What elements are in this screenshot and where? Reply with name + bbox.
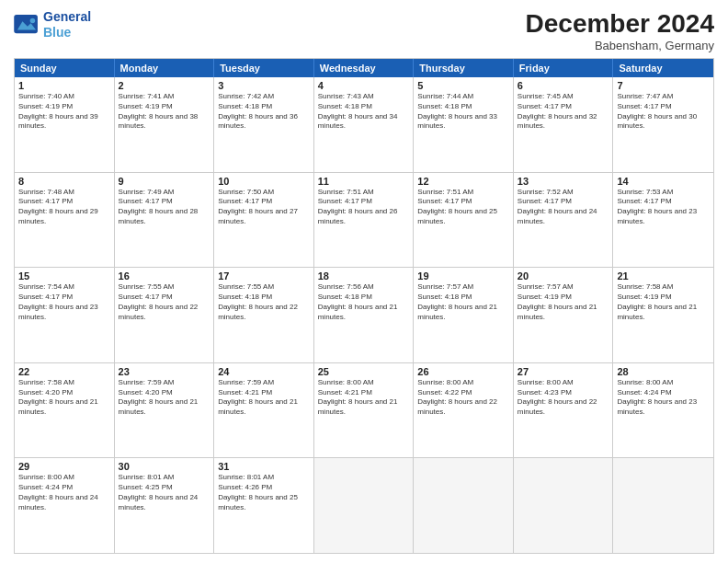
- empty-cell: [314, 458, 415, 553]
- day-number: 31: [218, 461, 310, 472]
- day-info: Sunrise: 8:01 AM Sunset: 4:25 PM Dayligh…: [119, 473, 210, 512]
- daylight-label: Daylight: 8 hours and 21 minutes.: [318, 397, 398, 416]
- sunset-label: Sunset: 4:19 PM: [617, 293, 671, 301]
- week-row-1: 1 Sunrise: 7:40 AM Sunset: 4:19 PM Dayli…: [15, 77, 713, 173]
- day-info: Sunrise: 7:42 AM Sunset: 4:18 PM Dayligh…: [218, 92, 310, 132]
- sunset-label: Sunset: 4:24 PM: [18, 483, 73, 491]
- day-cell-4: 4 Sunrise: 7:43 AM Sunset: 4:18 PM Dayli…: [314, 77, 415, 172]
- sunset-label: Sunset: 4:17 PM: [218, 197, 272, 205]
- sunset-label: Sunset: 4:17 PM: [617, 102, 671, 110]
- sunrise-label: Sunrise: 7:51 AM: [417, 188, 473, 196]
- svg-rect-0: [14, 15, 38, 33]
- calendar: SundayMondayTuesdayWednesdayThursdayFrid…: [14, 58, 714, 554]
- day-cell-10: 10 Sunrise: 7:50 AM Sunset: 4:17 PM Dayl…: [214, 173, 314, 268]
- day-info: Sunrise: 8:01 AM Sunset: 4:26 PM Dayligh…: [218, 473, 310, 512]
- daylight-label: Daylight: 8 hours and 21 minutes.: [518, 303, 597, 321]
- logo-line2: Blue: [43, 25, 71, 40]
- sunset-label: Sunset: 4:18 PM: [318, 102, 372, 110]
- sunset-label: Sunset: 4:17 PM: [119, 293, 173, 301]
- sunset-label: Sunset: 4:23 PM: [518, 388, 572, 396]
- week-row-5: 29 Sunrise: 8:00 AM Sunset: 4:24 PM Dayl…: [15, 458, 713, 553]
- day-info: Sunrise: 7:49 AM Sunset: 4:17 PM Dayligh…: [119, 188, 210, 227]
- sunrise-label: Sunrise: 7:59 AM: [119, 378, 175, 386]
- daylight-label: Daylight: 8 hours and 22 minutes.: [417, 397, 497, 416]
- sunrise-label: Sunrise: 7:53 AM: [617, 188, 673, 196]
- day-info: Sunrise: 7:57 AM Sunset: 4:18 PM Dayligh…: [417, 282, 509, 322]
- svg-point-1: [30, 17, 36, 23]
- day-cell-31: 31 Sunrise: 8:01 AM Sunset: 4:26 PM Dayl…: [214, 458, 314, 553]
- location: Babensham, Germany: [526, 39, 714, 52]
- day-cell-11: 11 Sunrise: 7:51 AM Sunset: 4:17 PM Dayl…: [314, 173, 415, 268]
- sunset-label: Sunset: 4:17 PM: [119, 197, 173, 205]
- day-number: 1: [18, 80, 110, 91]
- day-cell-5: 5 Sunrise: 7:44 AM Sunset: 4:18 PM Dayli…: [414, 77, 514, 172]
- daylight-label: Daylight: 8 hours and 21 minutes.: [18, 397, 98, 416]
- day-number: 13: [518, 176, 609, 187]
- sunset-label: Sunset: 4:18 PM: [218, 293, 272, 301]
- sunset-label: Sunset: 4:17 PM: [18, 293, 73, 301]
- daylight-label: Daylight: 8 hours and 30 minutes.: [617, 112, 697, 131]
- sunrise-label: Sunrise: 7:45 AM: [518, 92, 574, 100]
- day-info: Sunrise: 7:56 AM Sunset: 4:18 PM Dayligh…: [318, 282, 410, 322]
- day-cell-23: 23 Sunrise: 7:59 AM Sunset: 4:20 PM Dayl…: [115, 363, 215, 458]
- day-header-wednesday: Wednesday: [314, 59, 415, 77]
- sunrise-label: Sunrise: 7:58 AM: [18, 378, 74, 386]
- calendar-body: 1 Sunrise: 7:40 AM Sunset: 4:19 PM Dayli…: [15, 77, 713, 553]
- day-number: 2: [119, 80, 210, 91]
- daylight-label: Daylight: 8 hours and 32 minutes.: [518, 112, 597, 131]
- day-number: 28: [617, 366, 710, 377]
- sunset-label: Sunset: 4:20 PM: [18, 388, 73, 396]
- daylight-label: Daylight: 8 hours and 29 minutes.: [18, 207, 98, 225]
- day-info: Sunrise: 7:59 AM Sunset: 4:20 PM Dayligh…: [119, 378, 210, 418]
- daylight-label: Daylight: 8 hours and 24 minutes.: [119, 493, 199, 511]
- daylight-label: Daylight: 8 hours and 22 minutes.: [518, 397, 597, 416]
- day-number: 10: [218, 176, 310, 187]
- week-row-4: 22 Sunrise: 7:58 AM Sunset: 4:20 PM Dayl…: [15, 363, 713, 459]
- day-info: Sunrise: 7:55 AM Sunset: 4:17 PM Dayligh…: [119, 282, 210, 322]
- sunrise-label: Sunrise: 7:55 AM: [119, 282, 175, 291]
- day-number: 11: [318, 176, 410, 187]
- day-info: Sunrise: 8:00 AM Sunset: 4:23 PM Dayligh…: [518, 378, 609, 418]
- day-info: Sunrise: 7:43 AM Sunset: 4:18 PM Dayligh…: [318, 92, 410, 132]
- daylight-label: Daylight: 8 hours and 23 minutes.: [18, 303, 98, 321]
- day-header-thursday: Thursday: [414, 59, 514, 77]
- daylight-label: Daylight: 8 hours and 21 minutes.: [119, 397, 199, 416]
- day-cell-17: 17 Sunrise: 7:55 AM Sunset: 4:18 PM Dayl…: [214, 268, 314, 362]
- day-number: 5: [417, 80, 509, 91]
- header: General Blue December 2024 Babensham, Ge…: [14, 9, 714, 52]
- sunrise-label: Sunrise: 7:41 AM: [119, 92, 175, 100]
- daylight-label: Daylight: 8 hours and 36 minutes.: [218, 112, 298, 131]
- sunrise-label: Sunrise: 7:56 AM: [318, 282, 374, 291]
- sunset-label: Sunset: 4:18 PM: [218, 102, 272, 110]
- empty-cell: [613, 458, 713, 553]
- sunset-label: Sunset: 4:18 PM: [318, 293, 372, 301]
- week-row-2: 8 Sunrise: 7:48 AM Sunset: 4:17 PM Dayli…: [15, 173, 713, 269]
- sunrise-label: Sunrise: 7:54 AM: [18, 282, 74, 291]
- week-row-3: 15 Sunrise: 7:54 AM Sunset: 4:17 PM Dayl…: [15, 268, 713, 363]
- day-header-sunday: Sunday: [15, 59, 115, 77]
- day-cell-30: 30 Sunrise: 8:01 AM Sunset: 4:25 PM Dayl…: [115, 458, 215, 553]
- day-cell-2: 2 Sunrise: 7:41 AM Sunset: 4:19 PM Dayli…: [115, 77, 215, 172]
- day-cell-8: 8 Sunrise: 7:48 AM Sunset: 4:17 PM Dayli…: [15, 173, 115, 268]
- sunrise-label: Sunrise: 8:00 AM: [518, 378, 574, 386]
- day-cell-28: 28 Sunrise: 8:00 AM Sunset: 4:24 PM Dayl…: [613, 363, 713, 458]
- sunset-label: Sunset: 4:20 PM: [119, 388, 173, 396]
- sunset-label: Sunset: 4:21 PM: [218, 388, 272, 396]
- sunset-label: Sunset: 4:17 PM: [18, 197, 73, 205]
- day-number: 16: [119, 270, 210, 282]
- sunrise-label: Sunrise: 7:47 AM: [617, 92, 673, 100]
- sunrise-label: Sunrise: 7:59 AM: [218, 378, 274, 386]
- day-header-saturday: Saturday: [613, 59, 713, 77]
- day-number: 21: [617, 270, 710, 282]
- daylight-label: Daylight: 8 hours and 27 minutes.: [218, 207, 298, 225]
- day-info: Sunrise: 7:45 AM Sunset: 4:17 PM Dayligh…: [518, 92, 609, 132]
- day-info: Sunrise: 7:57 AM Sunset: 4:19 PM Dayligh…: [518, 282, 609, 322]
- day-info: Sunrise: 7:41 AM Sunset: 4:19 PM Dayligh…: [119, 92, 210, 132]
- daylight-label: Daylight: 8 hours and 25 minutes.: [417, 207, 497, 225]
- sunset-label: Sunset: 4:19 PM: [119, 102, 173, 110]
- day-cell-22: 22 Sunrise: 7:58 AM Sunset: 4:20 PM Dayl…: [15, 363, 115, 458]
- sunrise-label: Sunrise: 7:55 AM: [218, 282, 274, 291]
- daylight-label: Daylight: 8 hours and 33 minutes.: [417, 112, 497, 131]
- day-number: 3: [218, 80, 310, 91]
- day-info: Sunrise: 7:51 AM Sunset: 4:17 PM Dayligh…: [318, 188, 410, 227]
